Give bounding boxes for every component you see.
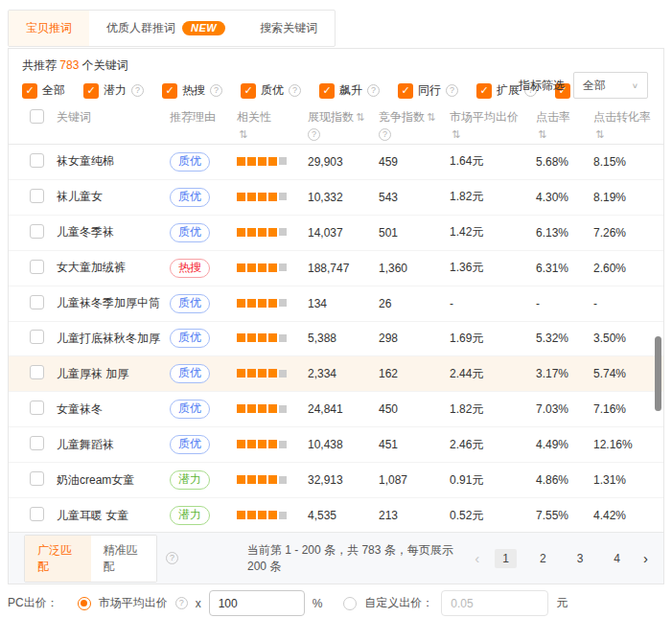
column-header-sub: ⇅ xyxy=(593,128,666,141)
relevance-square xyxy=(237,440,245,448)
filter-item[interactable]: ✓潜力? xyxy=(83,82,144,99)
column-header: 关键词 xyxy=(57,109,170,126)
checkbox-checked-icon[interactable]: ✓ xyxy=(319,83,335,99)
checkbox-checked-icon[interactable]: ✓ xyxy=(398,83,413,99)
reason-cell: 质优 xyxy=(170,223,237,242)
checkbox-unchecked-icon[interactable] xyxy=(30,330,44,344)
precise-match-button[interactable]: 精准匹配 xyxy=(91,536,157,582)
info-icon[interactable]: ? xyxy=(289,84,301,97)
ctr-cell: 5.68% xyxy=(536,155,593,169)
checkbox-unchecked-icon[interactable] xyxy=(30,401,44,415)
reason-badge: 潜力 xyxy=(170,470,210,490)
checkbox-checked-icon[interactable]: ✓ xyxy=(83,83,99,99)
ctr-cell: 5.32% xyxy=(536,332,593,345)
filter-item[interactable]: ✓质优? xyxy=(241,82,301,99)
column-label: 竞争指数⇅ xyxy=(379,109,450,126)
page-number[interactable]: 4 xyxy=(606,549,628,568)
match-info-icon[interactable]: ? xyxy=(166,552,178,564)
info-icon[interactable]: ? xyxy=(446,84,458,97)
competition-cell: 459 xyxy=(379,155,450,169)
avg-price-cell: 0.91元 xyxy=(450,472,536,489)
column-header: 市场平均出价⇅ xyxy=(450,109,536,141)
info-icon[interactable]: ? xyxy=(131,84,144,97)
keyword-cell: 儿童袜冬季加厚中筒 xyxy=(57,295,170,311)
relevance-cell xyxy=(237,191,308,204)
checkbox-unchecked-icon[interactable] xyxy=(30,260,44,274)
avg-price-cell: - xyxy=(450,297,536,310)
percent-sign: % xyxy=(313,597,323,610)
page-number[interactable]: 2 xyxy=(532,549,554,568)
impression-cell: 32,913 xyxy=(308,473,379,487)
checkbox-unchecked-icon[interactable] xyxy=(30,365,44,379)
ctr-cell: 4.30% xyxy=(536,191,593,204)
checkbox-checked-icon[interactable]: ✓ xyxy=(22,83,37,99)
keyword-cell: 女童袜冬 xyxy=(57,401,170,418)
info-icon[interactable]: ? xyxy=(367,84,380,97)
tab-audience-recommend[interactable]: 优质人群推词 NEW xyxy=(89,11,243,46)
checkbox-unchecked-icon[interactable] xyxy=(30,507,44,521)
row-select-cell xyxy=(9,189,57,206)
filter-item[interactable]: ✓飙升? xyxy=(319,82,380,99)
tab-item-recommend[interactable]: 宝贝推词 xyxy=(9,11,89,46)
page-number[interactable]: 3 xyxy=(569,549,591,568)
sort-icon[interactable]: ⇅ xyxy=(452,128,460,141)
column-label: 关键词 xyxy=(57,109,170,126)
checkbox-unchecked-icon[interactable] xyxy=(30,471,44,486)
sort-icon[interactable]: ⇅ xyxy=(239,128,247,141)
reason-cell: 质优 xyxy=(170,294,237,313)
tab-search-keywords[interactable]: 搜索关键词 xyxy=(243,11,335,46)
sort-icon[interactable]: ⇅ xyxy=(356,111,364,123)
broad-match-button[interactable]: 广泛匹配 xyxy=(25,536,91,582)
cvr-cell: 8.15% xyxy=(593,155,666,169)
sort-icon[interactable]: ⇅ xyxy=(595,128,604,141)
market-price-radio[interactable] xyxy=(78,597,91,610)
tab-label: 搜索关键词 xyxy=(260,20,317,36)
next-page-icon[interactable]: › xyxy=(643,550,648,566)
checkbox-unchecked-icon[interactable] xyxy=(30,189,44,203)
info-icon[interactable]: ? xyxy=(379,128,391,141)
competition-cell: 162 xyxy=(379,367,450,380)
relevance-square xyxy=(279,476,287,484)
checkbox-checked-icon[interactable]: ✓ xyxy=(241,83,256,99)
filter-item[interactable]: ✓热搜? xyxy=(162,82,222,99)
relevance-square xyxy=(247,193,256,201)
checkbox-checked-icon[interactable]: ✓ xyxy=(476,83,492,99)
reason-cell: 质优 xyxy=(170,329,237,348)
filter-item[interactable]: ✓同行? xyxy=(398,82,458,99)
metric-filter-select[interactable]: 全部 ∨ xyxy=(573,72,648,99)
info-icon[interactable]: ? xyxy=(308,128,320,141)
impression-cell: 4,535 xyxy=(308,509,379,522)
competition-cell: 501 xyxy=(379,226,450,240)
checkbox-unchecked-icon[interactable] xyxy=(30,153,44,168)
relevance-cell xyxy=(237,226,308,240)
scrollbar-thumb[interactable] xyxy=(655,336,661,411)
prev-page-icon[interactable]: ‹ xyxy=(475,550,479,566)
sort-icon[interactable]: ⇅ xyxy=(538,128,546,141)
table-row: 儿童打底袜秋冬加厚质优5,3882981.69元5.32%3.50% xyxy=(9,322,663,357)
custom-price-input[interactable] xyxy=(441,590,548,616)
checkbox-checked-icon[interactable]: ✓ xyxy=(162,83,177,99)
row-select-cell xyxy=(9,260,57,277)
column-header: 相关性⇅ xyxy=(237,109,308,141)
row-select-cell xyxy=(9,153,57,171)
keyword-recommend-page: 宝贝推词 优质人群推词 NEW 搜索关键词 共推荐 783 个关键词 ✓全部✓潜… xyxy=(0,0,672,618)
custom-price-radio[interactable] xyxy=(343,597,357,610)
checkbox-unchecked-icon[interactable] xyxy=(30,224,44,239)
metric-filter-value: 全部 xyxy=(583,78,606,94)
checkbox-unchecked-icon[interactable] xyxy=(30,109,44,124)
relevance-square xyxy=(258,299,266,308)
keyword-cell: 奶油cream女童 xyxy=(57,472,170,489)
keyword-count: 783 xyxy=(59,58,79,72)
checkbox-unchecked-icon[interactable] xyxy=(30,295,44,309)
relevance-square xyxy=(279,370,287,378)
row-select-cell xyxy=(9,295,57,312)
filter-item[interactable]: ✓全部 xyxy=(22,82,65,99)
market-price-info-icon[interactable]: ? xyxy=(175,597,188,609)
percent-input[interactable] xyxy=(209,590,305,616)
checkbox-unchecked-icon[interactable] xyxy=(30,436,44,450)
relevance-square xyxy=(258,157,266,166)
info-icon[interactable]: ? xyxy=(210,84,222,97)
sort-icon[interactable]: ⇅ xyxy=(427,111,435,123)
relevance-bar xyxy=(237,157,287,166)
page-number[interactable]: 1 xyxy=(495,549,517,568)
